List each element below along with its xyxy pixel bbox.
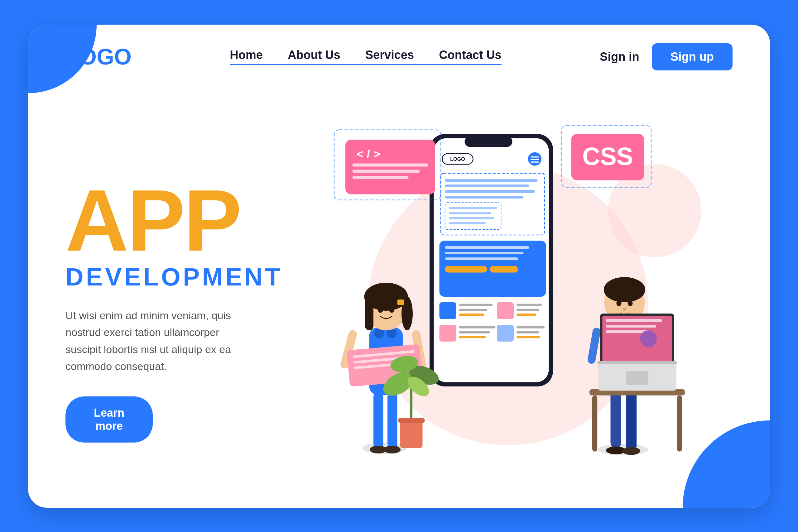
svg-rect-93 bbox=[677, 395, 682, 451]
main-card: LOGO Home About Us Services Contact Us S… bbox=[28, 25, 770, 508]
svg-rect-37 bbox=[497, 325, 514, 342]
svg-point-63 bbox=[378, 306, 383, 312]
svg-rect-97 bbox=[597, 361, 677, 364]
svg-rect-6 bbox=[531, 156, 539, 158]
svg-rect-38 bbox=[516, 326, 545, 328]
floating-code-card: < / > bbox=[334, 130, 441, 200]
svg-point-88 bbox=[623, 308, 626, 311]
svg-rect-43 bbox=[353, 163, 428, 167]
svg-rect-39 bbox=[516, 331, 539, 333]
svg-rect-44 bbox=[353, 170, 420, 173]
svg-rect-18 bbox=[449, 222, 486, 224]
sign-up-button[interactable]: Sign up bbox=[652, 43, 733, 71]
right-panel: LOGO bbox=[284, 101, 733, 497]
svg-rect-25 bbox=[439, 302, 456, 319]
svg-rect-60 bbox=[365, 297, 374, 330]
sign-in-button[interactable]: Sign in bbox=[600, 50, 639, 63]
svg-text:LOGO: LOGO bbox=[450, 156, 465, 162]
svg-rect-10 bbox=[445, 179, 538, 182]
header: LOGO Home About Us Services Contact Us S… bbox=[28, 25, 770, 83]
svg-rect-13 bbox=[445, 196, 524, 198]
svg-point-86 bbox=[616, 300, 621, 306]
svg-rect-22 bbox=[445, 258, 518, 260]
svg-point-64 bbox=[389, 306, 395, 312]
illustration: LOGO bbox=[284, 101, 733, 497]
hero-description: Ut wisi enim ad minim veniam, quis nostr… bbox=[65, 307, 252, 375]
svg-rect-92 bbox=[592, 395, 597, 451]
svg-rect-15 bbox=[449, 207, 497, 209]
svg-rect-2 bbox=[465, 136, 512, 147]
svg-rect-33 bbox=[439, 325, 456, 342]
svg-rect-32 bbox=[516, 314, 536, 316]
svg-point-87 bbox=[627, 300, 632, 306]
svg-rect-35 bbox=[459, 331, 490, 333]
svg-rect-30 bbox=[516, 304, 542, 306]
phone-mockup: LOGO bbox=[430, 134, 553, 386]
hero-title-sub: DEVELOPMENT bbox=[65, 263, 284, 291]
svg-rect-7 bbox=[531, 159, 539, 160]
svg-text:< / >: < / > bbox=[357, 147, 380, 160]
navigation: Home About Us Services Contact Us bbox=[230, 48, 501, 65]
svg-rect-36 bbox=[459, 336, 486, 338]
svg-rect-90 bbox=[587, 327, 601, 364]
svg-rect-24 bbox=[490, 266, 518, 273]
svg-rect-12 bbox=[445, 190, 535, 193]
svg-rect-26 bbox=[459, 304, 493, 306]
svg-rect-45 bbox=[353, 176, 408, 179]
svg-rect-31 bbox=[516, 308, 539, 311]
man-character bbox=[587, 277, 685, 455]
svg-rect-100 bbox=[606, 325, 656, 327]
learn-more-button[interactable]: Learn more bbox=[65, 396, 153, 442]
nav-item-services[interactable]: Services bbox=[365, 48, 414, 62]
nav-item-about[interactable]: About Us bbox=[288, 48, 340, 62]
svg-rect-20 bbox=[445, 246, 529, 249]
svg-rect-34 bbox=[459, 326, 496, 328]
svg-rect-71 bbox=[400, 420, 423, 448]
svg-rect-96 bbox=[602, 316, 672, 362]
nav-item-contact[interactable]: Contact Us bbox=[439, 48, 501, 62]
svg-point-85 bbox=[604, 277, 645, 302]
svg-rect-29 bbox=[497, 302, 514, 319]
svg-rect-11 bbox=[445, 185, 529, 187]
svg-rect-99 bbox=[606, 319, 662, 322]
svg-rect-27 bbox=[459, 308, 487, 311]
auth-buttons: Sign in Sign up bbox=[600, 43, 733, 71]
svg-rect-28 bbox=[459, 314, 484, 316]
svg-rect-72 bbox=[398, 418, 425, 423]
svg-rect-21 bbox=[445, 252, 524, 254]
svg-rect-40 bbox=[516, 336, 540, 338]
svg-rect-16 bbox=[449, 212, 491, 214]
svg-rect-17 bbox=[449, 217, 494, 219]
svg-rect-98 bbox=[626, 371, 648, 385]
nav-item-home[interactable]: Home bbox=[230, 48, 263, 62]
svg-point-102 bbox=[640, 330, 657, 347]
svg-rect-23 bbox=[445, 266, 487, 273]
floating-css-card: CSS bbox=[562, 126, 651, 187]
svg-rect-8 bbox=[531, 162, 539, 163]
nav-underline: Home About Us Services Contact Us bbox=[230, 48, 501, 65]
svg-rect-52 bbox=[387, 392, 397, 448]
logo: LOGO bbox=[65, 45, 132, 68]
main-content: APP DEVELOPMENT Ut wisi enim ad minim ve… bbox=[28, 83, 770, 497]
hero-title-main: APP bbox=[65, 181, 284, 260]
svg-point-54 bbox=[384, 445, 401, 453]
svg-text:CSS: CSS bbox=[582, 142, 633, 170]
svg-rect-62 bbox=[397, 300, 405, 305]
svg-point-82 bbox=[622, 447, 640, 455]
svg-rect-51 bbox=[374, 392, 383, 448]
left-panel: APP DEVELOPMENT Ut wisi enim ad minim ve… bbox=[65, 101, 284, 497]
